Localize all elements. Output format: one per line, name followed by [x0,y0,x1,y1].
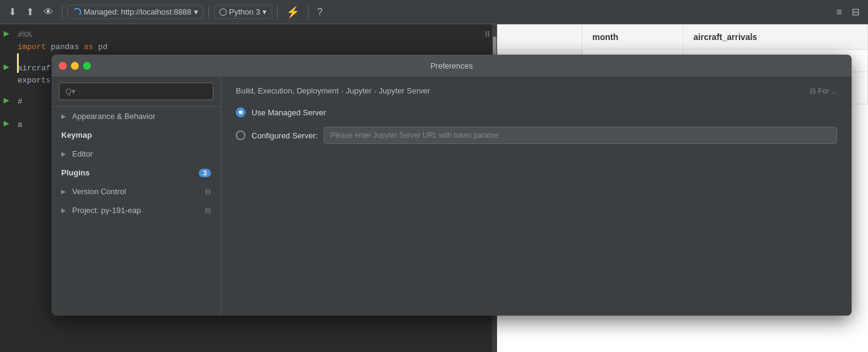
breadcrumb-part1: Build, Execution, Deployment [236,86,339,95]
spinner-icon [73,8,81,16]
close-button[interactable] [59,62,67,70]
project-arrow-icon: ▶ [61,207,66,214]
option-row-2: Configured Server: [236,127,837,144]
sidebar-item-plugins[interactable]: Plugins 3 [52,163,221,182]
radio-managed[interactable] [236,107,245,117]
dropdown-arrow: ▾ [194,7,198,16]
toolbar-btn-eye[interactable]: 👁 [40,4,57,20]
kernel-dropdown[interactable]: Python 3 ▾ [214,5,272,19]
sidebar-item-editor[interactable]: ▶ Editor [52,144,221,163]
project-badge-icon: ⊟ [205,206,211,215]
sidebar-item-appearance-label: Appearance & Behavior [72,112,155,121]
maximize-button[interactable] [83,62,91,70]
divider-2 [209,6,209,18]
breadcrumb-sep2: › [374,87,376,95]
sidebar-item-keymap[interactable]: Keymap [52,126,221,144]
divider-3 [277,6,278,18]
sidebar-panel: ▶ Appearance & Behavior Keymap ▶ Editor … [52,76,221,316]
circle-icon [219,8,227,16]
sidebar-item-project-label: Project: py-191-eap [72,206,141,215]
help-button[interactable]: ? [313,4,326,20]
managed-label: Managed: http://localhost:8888 [84,7,192,16]
managed-server-dropdown[interactable]: Managed: http://localhost:8888 ▾ [67,5,204,19]
breadcrumb: Build, Execution, Deployment › Jupyter ›… [236,86,837,95]
preferences-dialog: Preferences ▶ Appearance & Behavior Keym… [52,55,852,316]
search-box-wrap [52,76,221,107]
breadcrumb-sep1: › [341,87,344,95]
breadcrumb-for: ⊟ For ... [810,87,837,95]
managed-server-label: Use Managed Server [252,108,326,117]
hamburger-button[interactable]: ≡ [833,4,846,20]
main-panel: Build, Execution, Deployment › Jupyter ›… [221,76,852,316]
toolbar: ⬇ ⬆ 👁 Managed: http://localhost:8888 ▾ P… [0,0,868,24]
dialog-title: Preferences [430,61,473,70]
kernel-label: Python 3 [229,7,260,16]
dialog-body: ▶ Appearance & Behavior Keymap ▶ Editor … [52,76,852,316]
toolbar-right: ≡ ⊟ [833,4,863,20]
sidebar-item-keymap-label: Keymap [61,130,92,140]
dialog-overlay: Preferences ▶ Appearance & Behavior Keym… [0,24,868,352]
sidebar-item-editor-label: Editor [72,149,93,158]
vcs-badge-icon: ⊟ [205,188,211,196]
breadcrumb-part3: Jupyter Server [379,86,430,95]
configured-server-label: Configured Server: [252,131,318,140]
plugins-badge: 3 [199,169,211,177]
breadcrumb-part2: Jupyter [346,86,372,95]
kernel-arrow: ▾ [262,7,267,16]
lightning-button[interactable]: ⚡ [282,3,303,21]
dialog-titlebar: Preferences [52,55,852,76]
hamburger-icon: ≡ [836,7,842,18]
sidebar-item-vcs-label: Version Control [72,187,126,196]
option-row-1: Use Managed Server [236,107,837,117]
sidebar-item-vcs[interactable]: ▶ Version Control ⊟ [52,182,221,201]
divider-4 [308,6,309,18]
traffic-lights [59,62,91,70]
editor-arrow-icon: ▶ [61,151,66,157]
vcs-arrow-icon: ▶ [61,188,66,195]
server-url-input[interactable] [324,127,837,144]
radio-configured[interactable] [236,130,245,140]
sidebar-item-project[interactable]: ▶ Project: py-191-eap ⊟ [52,201,221,220]
columns-icon: ⊟ [852,6,860,18]
minimize-button[interactable] [71,62,79,70]
preferences-search[interactable] [59,83,213,100]
divider-1 [62,6,62,18]
toolbar-btn-2[interactable]: ⬆ [22,4,38,20]
arrow-icon: ▶ [61,113,66,120]
toolbar-btn-1[interactable]: ⬇ [5,4,20,20]
sidebar-item-appearance[interactable]: ▶ Appearance & Behavior [52,107,221,126]
columns-button[interactable]: ⊟ [848,4,863,20]
sidebar-item-plugins-label: Plugins [61,168,90,177]
